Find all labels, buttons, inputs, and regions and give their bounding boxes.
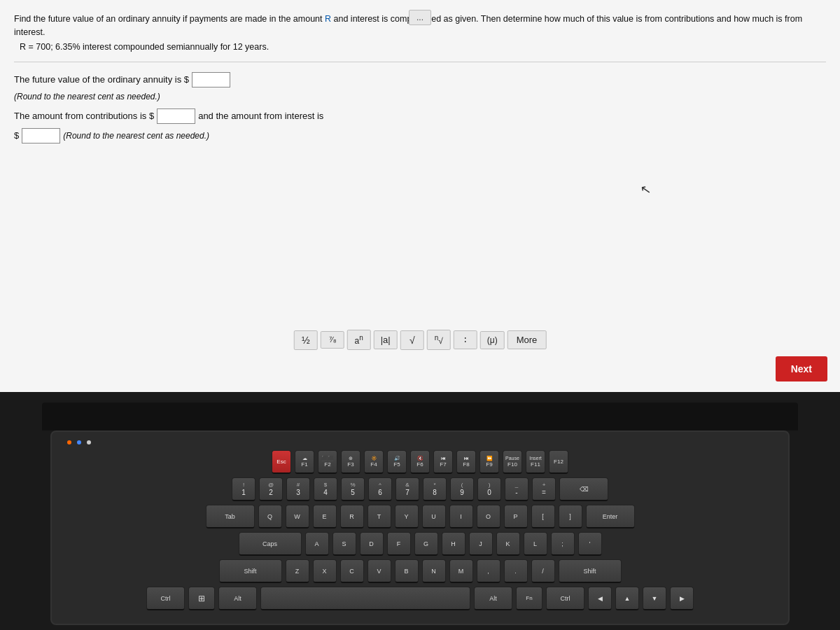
key-j[interactable]: J: [469, 532, 493, 556]
key-3[interactable]: #3: [286, 477, 310, 501]
key-y[interactable]: Y: [395, 505, 419, 528]
f12-key[interactable]: F12: [549, 450, 568, 474]
rshift-key[interactable]: Shift: [559, 559, 622, 583]
key-4[interactable]: $4: [314, 477, 337, 501]
f1-key[interactable]: ☁F1: [295, 450, 314, 474]
contributions-input[interactable]: [157, 108, 195, 124]
key-equals[interactable]: +=: [532, 477, 556, 501]
key-c[interactable]: C: [340, 559, 364, 583]
given-line: R = 700; 6.35% interest compounded semia…: [20, 42, 826, 52]
answer1-round-note: (Round to the nearest cent as needed.): [14, 92, 826, 102]
key-6[interactable]: ^6: [368, 477, 392, 501]
key-p[interactable]: P: [504, 505, 528, 528]
answer1-input[interactable]: [192, 72, 230, 88]
key-h[interactable]: H: [442, 532, 465, 556]
key-q[interactable]: Q: [258, 505, 282, 528]
key-0[interactable]: )0: [477, 477, 501, 501]
laptop-bar: [42, 402, 798, 430]
key-b[interactable]: B: [395, 559, 419, 583]
nth-root-button[interactable]: n√: [427, 330, 451, 350]
key-period[interactable]: .: [504, 559, 528, 583]
left-arrow-key[interactable]: ◀: [588, 587, 612, 610]
interest-input[interactable]: [22, 128, 60, 144]
rctrl-key[interactable]: Ctrl: [546, 587, 584, 610]
f4-key[interactable]: 🔅F4: [364, 450, 384, 474]
key-k[interactable]: K: [496, 532, 520, 556]
key-w[interactable]: W: [286, 505, 309, 528]
up-arrow-key[interactable]: ▲: [615, 587, 639, 610]
key-s[interactable]: S: [332, 532, 356, 556]
key-u[interactable]: U: [422, 505, 446, 528]
superscript-button[interactable]: an: [347, 330, 371, 350]
key-minus[interactable]: _-: [505, 477, 528, 501]
key-9[interactable]: (9: [450, 477, 474, 501]
caps-key[interactable]: Caps: [239, 532, 302, 556]
enter-key[interactable]: Enter: [586, 505, 635, 528]
key-e[interactable]: E: [313, 505, 337, 528]
f10-key[interactable]: PauseF10: [503, 450, 522, 474]
f6-key[interactable]: 🔇F6: [410, 450, 430, 474]
expand-button[interactable]: ...: [409, 10, 431, 25]
f1-label: ☁: [302, 456, 307, 461]
contributions-label-part2: and the amount from interest is: [198, 111, 323, 121]
backspace-key[interactable]: ⌫: [559, 477, 608, 501]
key-quote[interactable]: ': [578, 532, 602, 556]
ralt-key[interactable]: Alt: [474, 587, 512, 610]
tab-key[interactable]: Tab: [206, 505, 255, 528]
key-t[interactable]: T: [368, 505, 391, 528]
fn-key-btn[interactable]: Fn: [516, 587, 542, 610]
f11-key[interactable]: InsertF11: [526, 450, 545, 474]
lshift-key[interactable]: Shift: [219, 559, 282, 583]
key-2[interactable]: @2: [259, 477, 283, 501]
key-bracket-close[interactable]: ]: [559, 505, 582, 528]
key-f[interactable]: F: [387, 532, 411, 556]
right-arrow-key[interactable]: ▶: [670, 587, 694, 610]
esc-key[interactable]: Esc: [272, 450, 291, 474]
next-button[interactable]: Next: [776, 356, 827, 382]
key-a[interactable]: A: [305, 532, 329, 556]
key-i[interactable]: I: [449, 505, 473, 528]
space-key[interactable]: [260, 587, 470, 610]
key-1[interactable]: !1: [232, 477, 255, 501]
sqrt-button[interactable]: √: [400, 330, 424, 350]
key-n[interactable]: N: [422, 559, 446, 583]
mixed-fraction-button[interactable]: ⁷⁄₈: [321, 331, 344, 349]
f3-key[interactable]: ⊕F3: [341, 450, 360, 474]
round-note-1: (Round to the nearest cent as needed.): [14, 92, 160, 102]
win-key[interactable]: ⊞: [188, 587, 215, 610]
fraction-button[interactable]: ½: [294, 330, 318, 350]
key-g[interactable]: G: [414, 532, 438, 556]
f2-key[interactable]: ⬛⬛F2: [318, 450, 337, 474]
key-x[interactable]: X: [313, 559, 337, 583]
key-bracket-open[interactable]: [: [531, 505, 555, 528]
ctrl-key[interactable]: Ctrl: [146, 587, 185, 610]
more-button[interactable]: More: [507, 330, 547, 349]
key-d[interactable]: D: [360, 532, 384, 556]
key-l[interactable]: L: [524, 532, 547, 556]
ratio-button[interactable]: ∶: [454, 330, 477, 349]
f7-key[interactable]: ⏮F7: [433, 450, 453, 474]
fn-key-row: Esc ☁F1 ⬛⬛F2 ⊕F3 🔅F4 🔊F5 🔇F6 ⏮F7 ⏭F8 ⏩F9…: [60, 450, 780, 474]
indicator-power: [67, 440, 71, 444]
key-v[interactable]: V: [368, 559, 391, 583]
down-arrow-key[interactable]: ▼: [643, 587, 666, 610]
paren-button[interactable]: (μ): [480, 331, 505, 349]
round-note-2: (Round to the nearest cent as needed.): [63, 131, 209, 141]
key-r[interactable]: R: [340, 505, 364, 528]
f8-key[interactable]: ⏭F8: [456, 450, 476, 474]
alt-key[interactable]: Alt: [218, 587, 257, 610]
key-m[interactable]: M: [449, 559, 473, 583]
key-8[interactable]: *8: [423, 477, 447, 501]
key-o[interactable]: O: [477, 505, 500, 528]
key-semicolon[interactable]: ;: [551, 532, 575, 556]
key-z[interactable]: Z: [286, 559, 309, 583]
key-7[interactable]: &7: [396, 477, 419, 501]
key-comma[interactable]: ,: [477, 559, 500, 583]
number-key-row: !1 @2 #3 $4 %5 ^6 &7 *8 (9 )0 _- += ⌫: [60, 477, 780, 501]
f5-key[interactable]: 🔊F5: [387, 450, 407, 474]
key-slash[interactable]: /: [531, 559, 555, 583]
f9-key[interactable]: ⏩F9: [479, 450, 499, 474]
key-5[interactable]: %5: [341, 477, 365, 501]
asdf-row: Caps A S D F G H J K L ; ': [60, 532, 780, 556]
abs-value-button[interactable]: |a|: [374, 330, 398, 349]
